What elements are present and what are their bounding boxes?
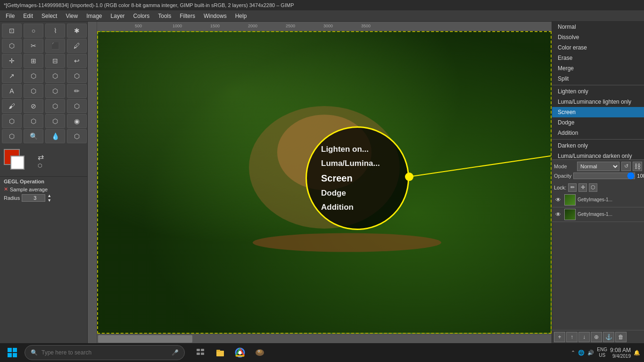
tool-free-select[interactable]: ⌇ — [45, 24, 65, 38]
layer-lower-btn[interactable]: ↓ — [578, 332, 590, 342]
layer-row-2[interactable]: 👁 GettyImages-1... — [552, 207, 644, 222]
tool-rectangle-select[interactable]: ⊡ — [2, 24, 22, 38]
tool-paintbrush[interactable]: 🖌 — [2, 99, 22, 113]
search-bar[interactable]: 🔍 🎤 — [25, 345, 185, 360]
tool-shear[interactable]: ⬡ — [24, 69, 43, 83]
opacity-slider[interactable] — [573, 173, 635, 179]
mode-refresh-btn[interactable]: ↺ — [621, 162, 631, 171]
tool-paths[interactable]: 🖊 — [67, 39, 87, 53]
layer-add-btn[interactable]: + — [554, 332, 565, 342]
lock-alpha-btn[interactable]: ⬡ — [589, 183, 597, 192]
tool-rotate[interactable]: ↩ — [67, 54, 87, 68]
tool-text[interactable]: A — [2, 84, 22, 98]
svg-rect-19 — [201, 349, 204, 351]
tool-move[interactable]: ✛ — [2, 54, 22, 68]
layer-raise-btn[interactable]: ↑ — [566, 332, 578, 342]
tool-eraser[interactable]: ⊘ — [24, 99, 43, 113]
layer-row-1[interactable]: 👁 GettyImages-1... — [552, 193, 644, 207]
lock-position-btn[interactable]: ✛ — [578, 183, 587, 192]
menu-windows[interactable]: Windows — [200, 12, 231, 20]
tool-scale[interactable]: ↗ — [2, 69, 22, 83]
swap-colors-icon[interactable]: ⇄ — [38, 153, 44, 162]
reset-colors-icon[interactable]: ⬡ — [38, 163, 44, 169]
layer-visibility-2[interactable]: 👁 — [554, 210, 562, 219]
volume-icon[interactable]: 🔊 — [587, 350, 594, 356]
tool-ellipse-select[interactable]: ○ — [24, 24, 43, 38]
blend-split[interactable]: Split — [552, 74, 644, 84]
menu-tools[interactable]: Tools — [154, 12, 175, 20]
layers-section: 👁 GettyImages-1... 👁 GettyImages-1... — [552, 193, 644, 330]
ruler-top: 500 1000 1500 2000 2500 3000 3500 — [97, 22, 552, 31]
file-explorer-btn[interactable] — [212, 345, 228, 361]
menu-filters[interactable]: Filters — [176, 12, 199, 20]
clock[interactable]: 9:08 AM 9/4/2019 — [610, 347, 631, 359]
tool-icons-grid: ⊡ ○ ⌇ ✱ ⬡ ✂ ⬛ 🖊 ✛ ⊞ ⊟ ↩ ↗ ⬡ ⬡ ⬡ A ⬡ ⬡ ✏ … — [0, 22, 87, 145]
radius-up-btn[interactable]: ▲ — [47, 193, 51, 198]
canvas-image[interactable]: Lighten on... Luma/Lumina... Screen Dodg… — [97, 31, 552, 334]
start-button[interactable] — [4, 344, 21, 361]
tool-smudge[interactable]: ⬡ — [45, 114, 65, 128]
tool-crop[interactable]: ⊟ — [45, 54, 65, 68]
blend-normal[interactable]: Normal — [552, 22, 644, 32]
tool-airbrush[interactable]: ⬡ — [45, 99, 65, 113]
blend-luma-darken[interactable]: Luma/Luminance darken only — [552, 151, 644, 159]
menu-colors[interactable]: Colors — [130, 12, 154, 20]
tool-flip[interactable]: ⬡ — [67, 69, 87, 83]
tool-measure[interactable]: ⬡ — [2, 129, 22, 143]
search-input[interactable] — [41, 349, 168, 356]
tool-blend[interactable]: ⬡ — [45, 84, 65, 98]
background-color[interactable] — [10, 156, 25, 170]
tool-clone[interactable]: ⬡ — [24, 114, 43, 128]
tool-spare[interactable]: ⬡ — [67, 129, 87, 143]
tool-pencil[interactable]: ✏ — [67, 84, 87, 98]
radius-input[interactable] — [22, 194, 45, 202]
blend-addition[interactable]: Addition — [552, 128, 644, 138]
tool-foreground[interactable]: ⬛ — [45, 39, 65, 53]
tool-perspective[interactable]: ⬡ — [45, 69, 65, 83]
menu-file[interactable]: File — [2, 12, 18, 20]
horizontal-scrollbar[interactable] — [97, 334, 552, 343]
menu-view[interactable]: View — [62, 12, 82, 20]
blend-lighten-only[interactable]: Lighten only — [552, 86, 644, 97]
tool-fuzzy-select[interactable]: ✱ — [67, 24, 87, 38]
menu-edit[interactable]: Edit — [19, 12, 37, 20]
radius-down-btn[interactable]: ▼ — [47, 198, 51, 203]
menu-image[interactable]: Image — [83, 12, 106, 20]
mode-select[interactable]: Normal — [577, 162, 619, 171]
tool-by-color[interactable]: ⬡ — [2, 39, 22, 53]
tool-dodge-burn[interactable]: ◉ — [67, 114, 87, 128]
svg-rect-15 — [13, 348, 17, 352]
tool-scissors[interactable]: ✂ — [24, 39, 43, 53]
blend-darken-only[interactable]: Darken only — [552, 140, 644, 151]
lock-pixels-btn[interactable]: ✏ — [568, 183, 577, 192]
gimp-taskbar-btn[interactable] — [252, 345, 268, 361]
tool-align[interactable]: ⊞ — [24, 54, 43, 68]
tool-bucket[interactable]: ⬡ — [24, 84, 43, 98]
menu-select[interactable]: Select — [38, 12, 61, 20]
mode-chain-btn[interactable]: ⛓ — [633, 162, 642, 171]
menu-layer[interactable]: Layer — [107, 12, 129, 20]
network-icon[interactable]: 🌐 — [578, 350, 585, 356]
chrome-btn[interactable] — [232, 345, 248, 361]
layer-anchor-btn[interactable]: ⚓ — [603, 332, 614, 342]
layer-delete-btn[interactable]: 🗑 — [615, 332, 627, 342]
mic-icon[interactable]: 🎤 — [172, 349, 179, 356]
tray-arrow[interactable]: ⌃ — [571, 350, 575, 356]
tool-heal[interactable]: ⬡ — [2, 114, 22, 128]
taskview-btn[interactable] — [192, 345, 208, 361]
blend-merge[interactable]: Merge — [552, 63, 644, 74]
blend-color-erase[interactable]: Color erase — [552, 42, 644, 53]
tool-zoom[interactable]: 🔍 — [24, 129, 43, 143]
menu-help[interactable]: Help — [231, 12, 251, 20]
blend-screen[interactable]: Screen — [552, 107, 644, 117]
blend-dodge[interactable]: Dodge — [552, 117, 644, 128]
notification-icon[interactable]: 🔔 — [634, 350, 640, 356]
tool-color-picker[interactable]: 💧 — [45, 129, 65, 143]
blend-dissolve[interactable]: Dissolve — [552, 32, 644, 42]
layer-visibility-1[interactable]: 👁 — [554, 196, 562, 204]
blend-erase[interactable]: Erase — [552, 53, 644, 63]
layer-duplicate-btn[interactable]: ⊕ — [591, 332, 602, 342]
tool-ink[interactable]: ⬡ — [67, 99, 87, 113]
blend-luma-lighten[interactable]: Luma/Luminance lighten only — [552, 97, 644, 107]
svg-text:1000: 1000 — [173, 24, 182, 28]
